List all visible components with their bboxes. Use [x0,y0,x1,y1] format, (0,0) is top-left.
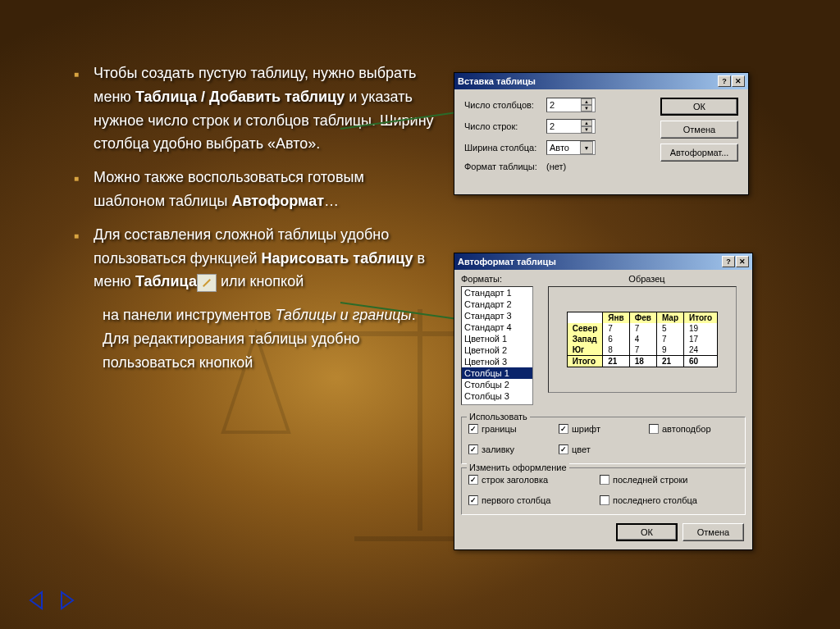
checkbox-icon: ✓ [468,444,478,454]
cols-label: Число столбцов: [464,100,546,110]
dialog2-titlebar[interactable]: Автоформат таблицы ? ✕ [454,253,752,270]
checkbox-label: первого столбца [482,495,550,505]
dialog1-title: Вставка таблицы [458,76,536,86]
use-groupbox: Использовать ✓границы✓шрифтавтоподбор✓за… [461,417,746,464]
help-icon[interactable]: ? [718,75,731,87]
format-option[interactable]: Стандарт 4 [462,321,532,333]
format-option[interactable]: Цветной 2 [462,344,532,356]
checkbox-label: шрифт [572,424,600,434]
bullet-marker-icon: ■ [74,230,79,294]
checkbox-автоподбор[interactable]: автоподбор [649,424,731,434]
formats-listbox[interactable]: Стандарт 1Стандарт 2Стандарт 3Стандарт 4… [461,286,533,405]
checkbox-icon [600,475,609,485]
sample-label: Образец [548,274,746,284]
format-option[interactable]: Стандарт 3 [462,310,532,321]
cancel-button[interactable]: Отмена [682,523,744,541]
format-option[interactable]: Столбцы 2 [462,379,532,390]
spin-down-icon[interactable]: ▼ [581,105,592,112]
checkbox-icon: ✓ [468,475,478,485]
checkbox-icon [600,495,609,505]
sample-preview: ЯнвФевМарИтогоСевер77519Запад64717Юг8792… [548,286,737,393]
autoformat-button[interactable]: Автоформат... [660,144,738,162]
format-option[interactable]: Столбцы 1 [462,367,532,379]
rows-label: Число строк: [464,121,546,131]
checkbox-label: последнего столбца [613,495,697,505]
cancel-button[interactable]: Отмена [660,121,738,139]
nav-arrows [25,588,79,613]
checkbox-заливку[interactable]: ✓заливку [468,444,550,454]
format-option[interactable]: Стандарт 1 [462,287,532,299]
bullet-3: ■ Для составления сложной таблицы удобно… [62,223,439,294]
next-slide-button[interactable] [54,588,79,613]
checkbox-цвет[interactable]: ✓цвет [559,444,641,454]
dialog1-titlebar[interactable]: Вставка таблицы ? ✕ [454,73,748,89]
dialog2-title: Автоформат таблицы [458,257,556,267]
checkbox-label: последней строки [613,475,687,485]
group2-title: Изменить оформление [467,463,569,472]
change-groupbox: Изменить оформление ✓строк заголовкапосл… [461,467,746,515]
width-label: Ширина столбца: [464,143,546,153]
format-label: Формат таблицы: [464,162,546,171]
checkbox-шрифт[interactable]: ✓шрифт [559,424,641,434]
checkbox-строк заголовка[interactable]: ✓строк заголовка [468,475,591,485]
format-value: (нет) [546,162,566,171]
insert-table-dialog: Вставка таблицы ? ✕ Число столбцов: 2 ▲▼… [454,72,749,195]
checkbox-label: автоподбор [662,424,711,434]
sub-paragraph: на панели инструментов Таблицы и границы… [62,303,439,374]
checkbox-первого столбца[interactable]: ✓первого столбца [468,495,591,505]
checkbox-последней строки[interactable]: последней строки [600,475,723,485]
format-option[interactable]: Цветной 3 [462,356,532,367]
pencil-icon [197,274,217,292]
bullet-marker-icon: ■ [74,172,79,213]
checkbox-label: границы [482,424,517,434]
format-option[interactable]: Стандарт 2 [462,299,532,310]
checkbox-label: цвет [572,444,591,454]
format-option[interactable]: Цветной 1 [462,333,532,344]
spin-up-icon[interactable]: ▲ [581,120,592,126]
checkbox-label: заливку [482,444,514,454]
autoformat-dialog: Автоформат таблицы ? ✕ Форматы: Стандарт… [454,253,753,550]
group1-title: Использовать [467,412,530,422]
width-select[interactable]: Авто [546,140,596,155]
bullet-1: ■ Чтобы создать пустую таблицу, нужно вы… [62,62,439,156]
spin-down-icon[interactable]: ▼ [581,126,592,133]
checkbox-icon: ✓ [468,424,478,434]
ok-button[interactable]: ОК [616,523,678,541]
close-icon[interactable]: ✕ [736,256,749,267]
bullet-marker-icon: ■ [74,68,79,156]
prev-slide-button[interactable] [25,588,49,613]
checkbox-icon: ✓ [468,495,478,505]
bullet-2: ■ Можно также воспользоваться готовым ша… [62,166,439,213]
help-icon[interactable]: ? [722,256,735,267]
formats-label: Форматы: [461,274,533,284]
cols-input[interactable]: 2 ▲▼ [546,98,596,112]
spin-up-icon[interactable]: ▲ [581,98,592,105]
checkbox-icon [649,424,659,434]
checkbox-icon: ✓ [559,424,568,434]
format-option[interactable]: Столбцы 3 [462,390,532,402]
ok-button[interactable]: ОК [660,98,738,116]
checkbox-label: строк заголовка [482,475,548,485]
checkbox-последнего столбца[interactable]: последнего столбца [600,495,723,505]
rows-input[interactable]: 2 ▲▼ [546,119,596,134]
slide-text-content: ■ Чтобы создать пустую таблицу, нужно вы… [62,62,439,375]
checkbox-границы[interactable]: ✓границы [468,424,550,434]
checkbox-icon: ✓ [559,444,568,454]
close-icon[interactable]: ✕ [732,75,745,87]
sample-table: ЯнвФевМарИтогоСевер77519Запад64717Юг8792… [567,312,718,367]
